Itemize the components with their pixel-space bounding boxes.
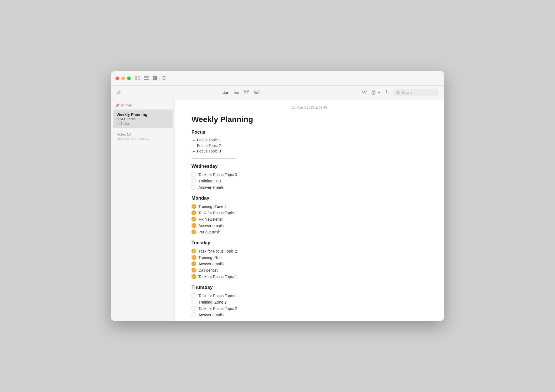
list-item: Focus Topic 3: [193, 148, 427, 154]
task-checkbox[interactable]: [191, 300, 196, 304]
sidebar: 📌 Pinned Weekly Planning 08:43 Focus Not…: [111, 100, 175, 321]
task-checkbox[interactable]: [191, 179, 196, 183]
task-item: Training: Zone 2: [191, 299, 427, 305]
task-checkbox-done[interactable]: [191, 210, 196, 215]
svg-point-23: [255, 91, 256, 91]
task-checkbox-done[interactable]: [191, 230, 196, 234]
svg-rect-10: [155, 78, 157, 80]
task-checkbox-done[interactable]: [191, 204, 196, 209]
task-item: Fix Newsletter: [191, 216, 427, 222]
traffic-lights: [115, 77, 131, 80]
task-checkbox-done[interactable]: [191, 261, 196, 266]
pinned-label: 📌 Pinned: [111, 100, 175, 109]
delete-button[interactable]: [162, 75, 166, 82]
section-thursday: Thursday Task for Focus Topic 1 Training…: [191, 285, 427, 318]
task-item: Task for Focus Topic 1: [191, 292, 427, 299]
svg-rect-8: [155, 76, 157, 78]
compose-icon[interactable]: [117, 90, 121, 96]
titlebar: [111, 71, 444, 86]
svg-rect-6: [144, 79, 149, 80]
task-list-monday: Training: Zone 2 Task for Focus Topic 1 …: [191, 203, 427, 235]
task-item: Training: Run: [191, 254, 427, 261]
task-item: Answer emails: [191, 184, 427, 190]
search-box[interactable]: [393, 89, 438, 96]
note-item-other-title: Notes 14: [117, 132, 169, 136]
svg-rect-17: [244, 90, 249, 94]
search-input[interactable]: [402, 91, 435, 95]
list-view-icon[interactable]: [144, 76, 149, 81]
toolbar: Aa: [111, 86, 444, 100]
svg-rect-14: [235, 92, 239, 93]
task-checkbox[interactable]: [191, 185, 196, 190]
lock-dropdown-icon[interactable]: ▾: [378, 91, 380, 95]
grid-view-icon[interactable]: [153, 76, 157, 81]
task-item: Answer emails: [191, 312, 427, 318]
svg-rect-1: [138, 76, 140, 77]
share-icon[interactable]: [384, 90, 389, 96]
task-item: Task for Focus Topic 1: [191, 210, 427, 216]
media-icon[interactable]: [254, 90, 259, 96]
task-checkbox-done[interactable]: [191, 217, 196, 222]
section-heading-focus: Focus: [191, 129, 427, 135]
format-list-icon[interactable]: [234, 90, 239, 95]
font-size-icon[interactable]: Aa: [223, 91, 228, 95]
section-focus: Focus Focus Topic 1 Focus Topic 2 Focus …: [191, 129, 427, 154]
note-editor[interactable]: 22 March 2023 at 08:43 Weekly Planning F…: [175, 100, 444, 321]
task-checkbox-done[interactable]: [191, 268, 196, 273]
task-item: Task for Focus Topic 2: [191, 248, 427, 254]
sidebar-toggle-icon[interactable]: [135, 76, 140, 81]
focus-list: Focus Topic 1 Focus Topic 2 Focus Topic …: [191, 137, 427, 154]
note-item-weekly-planning[interactable]: Weekly Planning 08:43 Focus Notes: [113, 110, 173, 128]
task-item: Task for Focus Topic 1: [191, 273, 427, 280]
note-item-time: 08:43: [117, 117, 125, 121]
section-divider: [191, 158, 236, 159]
main-content: 📌 Pinned Weekly Planning 08:43 Focus Not…: [111, 100, 444, 321]
note-item-other[interactable]: Notes 14 add tasks for the week...: [113, 129, 173, 143]
table-icon[interactable]: [244, 90, 249, 95]
task-item: Answer emails: [191, 222, 427, 229]
list-item: Focus Topic 1: [193, 137, 427, 143]
task-checkbox-done[interactable]: [191, 274, 196, 279]
svg-rect-16: [235, 93, 239, 94]
section-wednesday: Wednesday Task for Focus Topic 3 Trainin…: [191, 164, 427, 190]
note-item-title: Weekly Planning: [117, 112, 169, 117]
task-item: Task for Focus Topic 2: [191, 305, 427, 312]
section-tuesday: Tuesday Task for Focus Topic 2 Training:…: [191, 240, 427, 280]
task-checkbox[interactable]: [191, 306, 196, 311]
task-checkbox[interactable]: [191, 293, 196, 298]
maximize-button[interactable]: [127, 77, 131, 80]
app-window: Aa: [111, 71, 444, 321]
task-item: Task for Focus Topic 3: [191, 171, 427, 178]
task-checkbox-done[interactable]: [191, 249, 196, 253]
task-item: Training: HIIT: [191, 178, 427, 184]
folder-icon: [117, 122, 120, 125]
task-item: Training: Zone 2: [191, 203, 427, 210]
svg-rect-5: [144, 77, 149, 78]
minimize-button[interactable]: [121, 77, 125, 80]
note-item-meta: 08:43 Focus: [117, 117, 169, 121]
task-checkbox-done[interactable]: [191, 223, 196, 228]
task-list-tuesday: Task for Focus Topic 2 Training: Run Ans…: [191, 248, 427, 280]
toolbar-right-icons: ▾: [362, 89, 438, 96]
note-item-folder: Notes: [117, 122, 169, 126]
svg-point-15: [234, 93, 234, 94]
lock-icon[interactable]: [372, 90, 375, 96]
section-monday: Monday Training: Zone 2 Task for Focus T…: [191, 195, 427, 235]
task-checkbox[interactable]: [191, 312, 196, 317]
task-checkbox-done[interactable]: [191, 255, 196, 260]
svg-rect-9: [153, 78, 155, 80]
note-item-tag: Focus: [127, 117, 136, 121]
svg-rect-4: [144, 76, 149, 77]
svg-point-25: [365, 91, 367, 92]
note-item-other-preview: add tasks for the week...: [117, 137, 169, 140]
svg-rect-7: [153, 76, 155, 78]
pin-icon: 📌: [115, 103, 120, 107]
task-checkbox[interactable]: [191, 172, 196, 177]
search-icon: [397, 91, 400, 95]
close-button[interactable]: [115, 77, 119, 80]
collab-icon[interactable]: [362, 90, 367, 96]
note-date: 22 March 2023 at 08:43: [191, 106, 427, 110]
list-item: Focus Topic 2: [193, 143, 427, 148]
svg-rect-2: [138, 77, 140, 78]
titlebar-icons: [135, 76, 157, 81]
